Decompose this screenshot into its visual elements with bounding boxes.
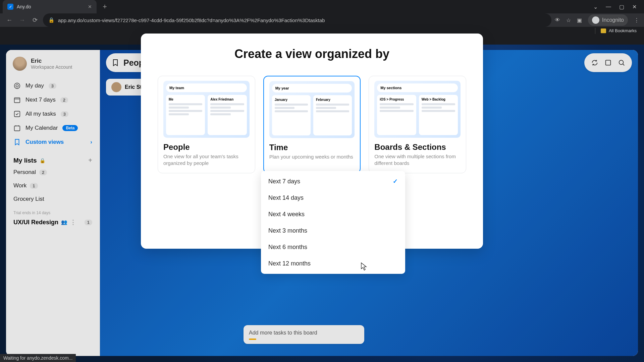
card-subtitle: One view with multiple sections from dif… bbox=[374, 153, 461, 166]
preview-title: My team bbox=[169, 86, 184, 90]
preview-col-header: iOS > Progress bbox=[380, 98, 413, 101]
preview-col-header: Me bbox=[169, 98, 202, 101]
dropdown-item[interactable]: Next 7 days✓ bbox=[261, 173, 405, 190]
dropdown-item-label: Next 12 months bbox=[268, 260, 311, 267]
preview-col-header: January bbox=[275, 98, 308, 102]
dropdown-item[interactable]: Next 4 weeks bbox=[261, 206, 405, 223]
check-icon: ✓ bbox=[393, 178, 398, 185]
view-card-sections[interactable]: My sections iOS > Progress Web > Backlog… bbox=[369, 76, 466, 173]
card-preview: My year January February bbox=[269, 81, 355, 138]
dropdown-item[interactable]: Next 14 days bbox=[261, 190, 405, 206]
card-preview: My sections iOS > Progress Web > Backlog bbox=[374, 81, 461, 138]
card-preview: My team Me Alex Friedman bbox=[163, 81, 250, 138]
dropdown-item[interactable]: Next 3 months bbox=[261, 223, 405, 239]
dropdown-item-label: Next 4 weeks bbox=[268, 211, 305, 218]
card-title: Time bbox=[269, 143, 355, 152]
dropdown-item-label: Next 7 days bbox=[268, 178, 300, 185]
dropdown-item-label: Next 14 days bbox=[268, 194, 304, 201]
preview-col-header: Alex Friedman bbox=[210, 98, 244, 101]
dropdown-item-label: Next 3 months bbox=[268, 227, 307, 234]
duration-dropdown: Next 7 days✓ Next 14 days Next 4 weeks N… bbox=[261, 171, 405, 274]
dropdown-item[interactable]: Next 6 months bbox=[261, 239, 405, 255]
modal-title: Create a view organized by bbox=[158, 47, 466, 61]
card-subtitle: One view for all your team's tasks organ… bbox=[163, 153, 250, 166]
view-card-people[interactable]: My team Me Alex Friedman People One view… bbox=[158, 76, 255, 173]
preview-title: My sections bbox=[380, 86, 401, 90]
card-subtitle: Plan your upcoming weeks or months bbox=[269, 154, 355, 160]
status-bar: Waiting for anydo.zendesk.com... bbox=[0, 354, 76, 362]
card-title: People bbox=[163, 142, 250, 152]
dropdown-item-label: Next 6 months bbox=[268, 244, 307, 251]
card-title: Boards & Sections bbox=[374, 142, 461, 152]
preview-title: My year bbox=[275, 86, 289, 90]
view-card-time[interactable]: My year January February Time Plan your … bbox=[263, 76, 361, 173]
preview-col-header: February bbox=[316, 98, 349, 102]
preview-col-header: Web > Backlog bbox=[422, 98, 455, 101]
dropdown-item[interactable]: Next 12 months bbox=[261, 255, 405, 272]
